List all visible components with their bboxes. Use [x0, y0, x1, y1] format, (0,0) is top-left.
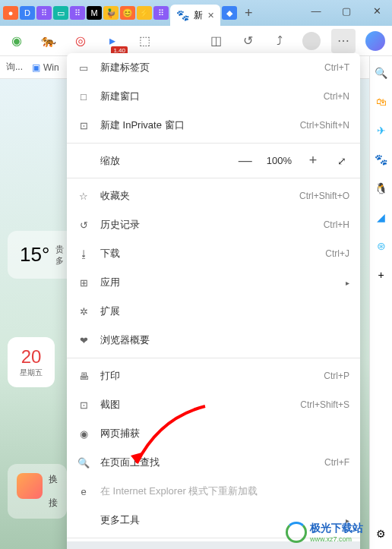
tab-icon[interactable]: ⚡: [137, 6, 152, 20]
window-controls: — ▢ ✕: [301, 0, 392, 21]
bookmark-item[interactable]: ▣Win: [32, 62, 59, 73]
close-button[interactable]: ✕: [362, 0, 392, 21]
watermark-url: www.xz7.com: [310, 535, 363, 543]
qq-icon[interactable]: 🐧: [374, 181, 389, 196]
menu-favorites[interactable]: ☆ 收藏夹 Ctrl+Shift+O: [67, 181, 360, 210]
tab-icon[interactable]: ⠿: [36, 6, 52, 20]
chevron-right-icon: ▸: [346, 279, 349, 287]
separator: [67, 143, 360, 144]
split-icon[interactable]: ◫: [204, 29, 228, 53]
gear-icon[interactable]: ⚙: [374, 526, 389, 541]
close-icon[interactable]: ✕: [207, 11, 214, 21]
print-icon: 🖶: [77, 370, 90, 382]
menu-extensions[interactable]: ✲ 扩展: [67, 297, 360, 326]
apps-icon: ⊞: [77, 276, 90, 289]
weather-line: 多: [55, 255, 64, 267]
history-icon: ↺: [77, 219, 90, 231]
target-icon[interactable]: ◎: [68, 29, 93, 53]
more-menu: ▭ 新建标签页 Ctrl+T □ 新建窗口 Ctrl+N ⊡ 新建 InPriv…: [67, 53, 360, 549]
card-text: 接: [49, 497, 58, 510]
zoom-out-button[interactable]: —: [238, 153, 253, 169]
tab-icon[interactable]: 🦆: [103, 6, 119, 20]
tab-icon[interactable]: ●: [3, 6, 18, 20]
tab-icon[interactable]: ◆: [222, 6, 237, 20]
menu-find[interactable]: 🔍 在页面上查找 Ctrl+F: [67, 448, 360, 477]
search-icon[interactable]: 🔍: [374, 65, 389, 80]
titlebar: ● D ⠿ ▭ ⠿ M 🦆 😊 ⚡ ⠿ 🐾 新 ✕ ◆ + — ▢ ✕: [0, 0, 392, 26]
menu-history[interactable]: ↺ 历史记录 Ctrl+H: [67, 210, 360, 239]
toolbar: ◉ 🐅 ◎ ▸1.40 ⬚ ◫ ↺ ⤴ ⋯: [0, 26, 392, 56]
find-icon: 🔍: [77, 456, 90, 469]
screenshot-icon: ⊡: [77, 399, 90, 411]
download-icon: ⭳: [77, 248, 90, 260]
tab-icon[interactable]: M: [87, 6, 102, 20]
ie-icon: e: [77, 485, 90, 497]
more-button[interactable]: ⋯: [331, 29, 356, 53]
date-number: 20: [20, 346, 43, 368]
tab-icon[interactable]: ⠿: [153, 6, 169, 20]
watermark: 极光下载站 www.xz7.com: [286, 521, 363, 543]
copilot-icon[interactable]: [363, 29, 387, 53]
menu-new-inprivate[interactable]: ⊡ 新建 InPrivate 窗口 Ctrl+Shift+N: [67, 111, 360, 140]
tab-title: 新: [194, 9, 203, 22]
date-day: 星期五: [20, 368, 43, 378]
date-card[interactable]: 20 星期五: [8, 337, 55, 387]
menu-new-tab[interactable]: ▭ 新建标签页 Ctrl+T: [67, 53, 360, 82]
tab-icon[interactable]: ⠿: [70, 6, 85, 20]
card-text: 换: [49, 473, 58, 486]
history-icon[interactable]: ↺: [236, 29, 260, 53]
weather-card[interactable]: 15° 贵 多: [8, 231, 76, 279]
puzzle-icon: ✲: [77, 305, 90, 317]
menu-new-window[interactable]: □ 新建窗口 Ctrl+N: [67, 82, 360, 111]
app-icon[interactable]: ◢: [374, 210, 389, 225]
shop-icon[interactable]: 🛍: [374, 94, 389, 109]
menu-browser-essentials[interactable]: ❤ 浏览器概要: [67, 326, 360, 355]
new-tab-button[interactable]: +: [239, 5, 259, 21]
active-tab[interactable]: 🐾 新 ✕: [170, 5, 220, 26]
share-icon[interactable]: ⤴: [267, 29, 292, 53]
paw-icon: 🐾: [176, 9, 189, 21]
zoom-in-button[interactable]: +: [305, 153, 321, 169]
baidu-icon[interactable]: 🐾: [374, 152, 389, 167]
menu-apps[interactable]: ⊞ 应用 ▸: [67, 268, 360, 297]
maximize-button[interactable]: ▢: [331, 0, 362, 21]
menu-ie-reload: e 在 Internet Explorer 模式下重新加载: [67, 477, 360, 506]
quick-card[interactable]: 换 接: [8, 464, 67, 519]
bookmark-item[interactable]: 询...: [6, 61, 23, 74]
tabs-row: ● D ⠿ ▭ ⠿ M 🦆 😊 ⚡ ⠿ 🐾 新 ✕ ◆ +: [0, 0, 259, 26]
add-icon[interactable]: +: [374, 267, 389, 282]
minimize-button[interactable]: —: [301, 0, 331, 21]
inprivate-icon: ⊡: [77, 119, 90, 131]
watermark-name: 极光下载站: [310, 522, 363, 534]
temperature: 15°: [20, 243, 49, 267]
tab-icon[interactable]: D: [20, 6, 35, 20]
separator: [67, 178, 360, 178]
tab-icon: ▭: [77, 62, 90, 74]
menu-screenshot[interactable]: ⊡ 截图 Ctrl+Shift+S: [67, 390, 360, 419]
flag-icon[interactable]: ▸1.40: [100, 29, 125, 53]
tab-icon[interactable]: ▭: [53, 6, 68, 20]
heart-icon: ❤: [77, 334, 90, 346]
menu-downloads[interactable]: ⭳ 下载 Ctrl+J: [67, 239, 360, 268]
circles-icon[interactable]: ⊛: [374, 238, 389, 254]
capture-icon: ◉: [77, 428, 90, 440]
animal-icon[interactable]: 🐅: [36, 29, 61, 53]
separator: [67, 358, 360, 358]
profile-icon[interactable]: [299, 29, 324, 53]
extension-icon[interactable]: ⬚: [132, 29, 156, 53]
weather-line: 贵: [55, 244, 64, 255]
shield-icon[interactable]: ◉: [5, 29, 29, 53]
telegram-icon[interactable]: ✈: [374, 123, 389, 138]
window-icon: □: [77, 90, 90, 103]
watermark-logo-icon: [286, 522, 307, 543]
menu-print[interactable]: 🖶 打印 Ctrl+P: [67, 361, 360, 390]
fullscreen-button[interactable]: ⤢: [334, 155, 349, 167]
app-tile-icon: [17, 473, 43, 499]
right-sidebar: 🔍 🛍 ✈ 🐾 🐧 ◢ ⊛ + ⚙: [369, 56, 392, 549]
menu-zoom: 缩放 — 100% + ⤢: [67, 147, 360, 175]
tab-icon[interactable]: 😊: [120, 6, 135, 20]
star-icon: ☆: [77, 190, 90, 202]
zoom-percent: 100%: [267, 155, 292, 166]
menu-web-capture[interactable]: ◉ 网页捕获: [67, 419, 360, 448]
